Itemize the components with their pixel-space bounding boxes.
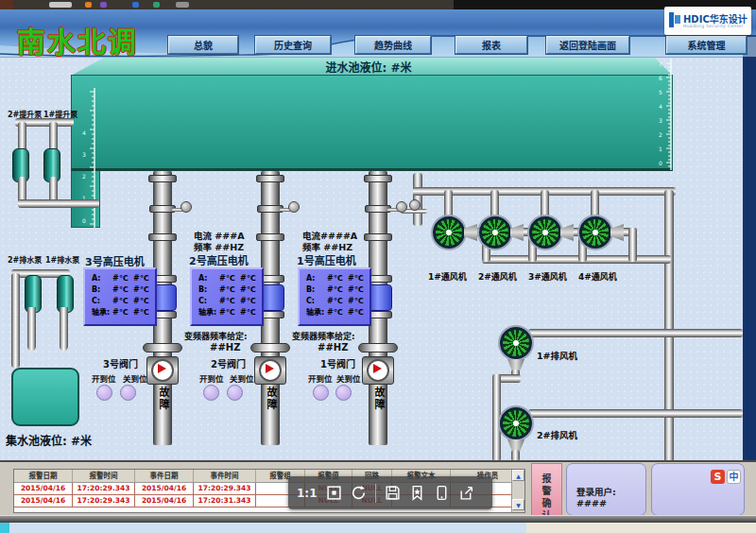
pump-1-pipe-end	[369, 415, 387, 441]
hdic-logo-icon	[669, 12, 674, 27]
flange	[256, 175, 284, 182]
valve-3-open-indicator[interactable]	[96, 385, 112, 401]
alarm-confirm-button[interactable]: 报警确认	[531, 463, 562, 516]
favorite-star-icon[interactable]	[409, 485, 425, 501]
nav-button-system-manage[interactable]: 系统管理	[666, 36, 747, 54]
hdic-logo-icon-2	[675, 15, 680, 24]
valve-1-arrow-icon	[373, 364, 382, 373]
motor-2-frequency: 频率 ##HZ	[194, 240, 244, 253]
flange	[148, 233, 177, 241]
flange	[250, 343, 290, 352]
share-icon[interactable]	[458, 485, 474, 501]
motor-1-vfd-label: 变频器频率给定:	[292, 330, 355, 342]
pipe	[60, 307, 68, 351]
pipe	[628, 228, 637, 262]
collecting-basin	[11, 368, 79, 426]
supply-fan-4-label: 4#通风机	[578, 270, 617, 283]
bottom-right-block	[526, 523, 756, 533]
valve-knob[interactable]	[288, 201, 300, 213]
ime-chinese-mode-icon[interactable]: 中	[727, 470, 741, 484]
login-panel: 登录用户: ####	[566, 463, 646, 516]
titlebar-icon-gray[interactable]	[176, 2, 189, 8]
pump-1-fault-label: 故障	[370, 387, 386, 411]
supply-fan-3[interactable]	[529, 216, 561, 249]
exhaust-fan-2[interactable]	[500, 407, 532, 439]
motor-2-vfd-value: ##HZ	[210, 342, 240, 352]
login-user: 登录用户: ####	[576, 485, 645, 508]
valve-2-close-indicator[interactable]	[227, 385, 243, 401]
exhaust-fan-1[interactable]	[500, 327, 532, 359]
supply-fan-2[interactable]	[479, 216, 511, 249]
valve-3-close-indicator[interactable]	[120, 385, 136, 401]
pipe	[528, 409, 743, 418]
nav-button-trend-curve[interactable]: 趋势曲线	[355, 36, 431, 54]
fan-outlet-cone	[464, 224, 477, 241]
scroll-up-icon[interactable]: ▲	[512, 470, 524, 481]
scroll-down-icon[interactable]: ▼	[512, 499, 524, 510]
nav-button-history-query[interactable]: 历史查询	[255, 36, 331, 54]
fan-outlet-cone	[610, 224, 624, 241]
valve-knob[interactable]	[396, 201, 407, 213]
scroll-track	[512, 481, 524, 499]
left-ruler-2: 2	[82, 173, 86, 180]
valve-2-close-label: 关到位	[230, 372, 254, 384]
valve-3-close-label: 关到位	[123, 372, 147, 384]
pipe	[18, 199, 99, 208]
valve-2-open-indicator[interactable]	[203, 385, 219, 401]
valve-knob[interactable]	[180, 201, 192, 213]
device-icon[interactable]	[434, 485, 450, 501]
drain-pump-2-label: 2#排水泵	[8, 254, 42, 265]
valve-2-arrow-icon	[266, 364, 274, 373]
valve-3-label: 3号阀门	[103, 356, 138, 370]
pipe	[528, 329, 743, 337]
mimic-area: 进水池液位: #米 43 21 0	[0, 57, 743, 461]
right-ruler-3: 3	[659, 117, 662, 124]
save-icon[interactable]	[385, 485, 401, 501]
pipe	[27, 307, 36, 351]
valve-3-open-label: 开到位	[92, 372, 116, 384]
supply-fan-4[interactable]	[579, 216, 611, 249]
valve-1-close-indicator[interactable]	[335, 385, 352, 401]
valve-1-open-indicator[interactable]	[313, 385, 329, 401]
right-ruler-0: 0	[659, 160, 662, 166]
right-ruler-7: 7	[659, 60, 662, 67]
sogou-ime-icon[interactable]: S	[711, 470, 725, 484]
fan-outlet-cone	[560, 224, 574, 241]
titlebar-icon-purple[interactable]	[100, 2, 107, 8]
titlebar-icon-orange[interactable]	[85, 2, 92, 8]
pump-2-fault-label: 故障	[263, 387, 278, 411]
page-title: 南水北调	[17, 19, 138, 60]
rotate-icon[interactable]	[351, 485, 367, 501]
pump-3-pipe-end	[153, 415, 172, 441]
supply-fan-2-label: 2#通风机	[478, 270, 517, 283]
valve-1-open-label: 开到位	[308, 372, 333, 384]
valve-knob[interactable]	[409, 199, 421, 211]
titlebar-icon-green[interactable]	[153, 2, 160, 8]
motor-1-frequency: 频率 ##HZ	[302, 240, 352, 253]
tank-right-ruler: 76 54 32 10	[658, 59, 675, 172]
pipe	[492, 374, 501, 461]
motor-1-name: 1号高压电机	[297, 252, 356, 267]
titlebar-icon-blue[interactable]	[132, 2, 139, 8]
fan-outlet-cone	[510, 224, 524, 241]
flange	[143, 343, 182, 352]
pipe	[664, 190, 674, 464]
nav-button-overview[interactable]: 总貌	[168, 36, 238, 54]
exhaust-fan-2-label: 2#排风机	[537, 428, 577, 441]
nav-button-report[interactable]: 报表	[455, 36, 527, 54]
nav-button-return-login[interactable]: 返回登陆画面	[546, 36, 629, 54]
zoom-ratio-button[interactable]: 1:1	[297, 487, 318, 500]
valve-2-open-label: 开到位	[199, 372, 224, 384]
supply-fan-1[interactable]	[433, 216, 465, 249]
alarm-table-scrollbar[interactable]: ▲ ▼	[511, 470, 524, 512]
pump-3-fault-label: 故障	[155, 387, 170, 411]
motor-2-temp-panel: A:#℃#℃ B:#℃#℃ C:#℃#℃ 轴承:#℃#℃	[190, 267, 264, 326]
fit-screen-icon[interactable]	[326, 485, 342, 501]
hdic-logo: HDIC华东设计 Huadong Security Center	[664, 7, 751, 35]
bottom-middle-block	[9, 523, 526, 533]
left-ruler-0: 0	[82, 217, 86, 224]
titlebar-button[interactable]	[49, 2, 72, 8]
bottom-window-bar	[0, 515, 756, 523]
tank-left-ruler: 43 21 0	[81, 88, 98, 230]
valve-1-label: 1号阀门	[320, 356, 355, 370]
